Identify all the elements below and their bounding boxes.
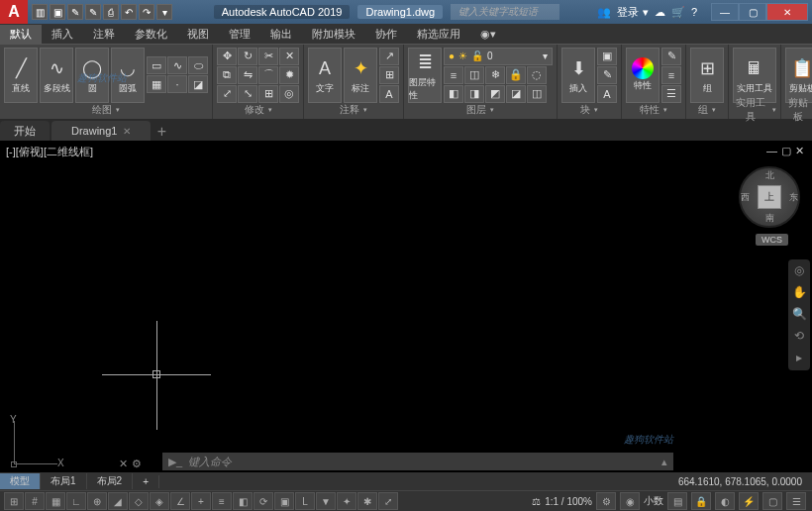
wcs-label[interactable]: WCS: [756, 234, 788, 246]
fillet-icon[interactable]: ⌒: [258, 66, 278, 84]
layer-match-icon[interactable]: ◧: [444, 85, 463, 103]
tab-default[interactable]: 默认: [0, 25, 42, 44]
tab-featured[interactable]: 精选应用: [407, 25, 470, 44]
infocenter-icon[interactable]: 👥: [597, 6, 611, 19]
cmd-config-icon[interactable]: ⚙: [132, 458, 142, 470]
ortho-toggle[interactable]: ∟: [66, 492, 86, 510]
panel-label[interactable]: 特性: [626, 103, 681, 117]
annotation-scale-icon[interactable]: ⚖: [532, 496, 541, 507]
mirror-icon[interactable]: ⇋: [238, 66, 257, 84]
dynamic-ucs-toggle[interactable]: L: [295, 492, 315, 510]
dyninput-toggle[interactable]: +: [191, 492, 211, 510]
panel-label[interactable]: 图层: [408, 103, 553, 117]
qat-new-icon[interactable]: ▥: [32, 4, 48, 20]
tab-output[interactable]: 输出: [260, 25, 302, 44]
tab-manage[interactable]: 管理: [219, 25, 260, 44]
layer-walk-icon[interactable]: ◩: [485, 85, 505, 103]
clean-screen-icon[interactable]: ▢: [762, 492, 782, 510]
panel-label[interactable]: 剪贴板: [785, 103, 812, 117]
tab-collaborate[interactable]: 协作: [365, 25, 407, 44]
leader-icon[interactable]: ↗: [379, 48, 399, 65]
view-cube[interactable]: 北 南 东 西 上: [739, 166, 800, 228]
qat-more-icon[interactable]: ▾: [156, 4, 172, 20]
command-line[interactable]: ▶_ 键入命令 ▴: [162, 453, 673, 470]
utilities-button[interactable]: 🖩实用工具: [733, 48, 776, 103]
qat-open-icon[interactable]: ▣: [50, 4, 65, 20]
stretch-icon[interactable]: ⤢: [217, 85, 237, 103]
gizmo-toggle[interactable]: ✦: [337, 492, 356, 510]
quick-props-icon[interactable]: ▤: [667, 492, 687, 510]
rect-icon[interactable]: ▭: [147, 56, 166, 74]
viewport-close-icon[interactable]: ✕: [795, 145, 804, 157]
cart-icon[interactable]: 🛒: [671, 6, 685, 19]
qat-redo-icon[interactable]: ↷: [139, 4, 154, 20]
layer-state-icon[interactable]: ≡: [444, 66, 463, 84]
close-button[interactable]: ✕: [766, 3, 808, 21]
layer-props-button[interactable]: ≣图层特性: [408, 48, 442, 103]
osnap-toggle[interactable]: ◇: [129, 492, 149, 510]
app-logo-icon[interactable]: A: [0, 0, 28, 24]
lineweight-toggle[interactable]: ≡: [212, 492, 232, 510]
annotation-visibility-toggle[interactable]: ✱: [357, 492, 377, 510]
selection-cycling-toggle[interactable]: ⟳: [254, 492, 273, 510]
help-icon[interactable]: ?: [691, 6, 697, 18]
panel-label[interactable]: 实用工具: [733, 103, 776, 117]
panel-label[interactable]: 组: [690, 103, 724, 117]
cmd-close-icon[interactable]: ✕: [119, 458, 128, 470]
bylayer-icon[interactable]: ≡: [661, 66, 681, 84]
isolate-objects-icon[interactable]: ◐: [715, 492, 735, 510]
nav-showmotion-icon[interactable]: ▸: [791, 351, 807, 366]
maximize-button[interactable]: ▢: [739, 3, 766, 21]
3dosnap-toggle[interactable]: ◈: [150, 492, 169, 510]
scale-icon[interactable]: ⤡: [238, 85, 257, 103]
erase-icon[interactable]: ✕: [279, 48, 299, 65]
qat-saveas-icon[interactable]: ✎: [85, 4, 101, 20]
layer-merge-icon[interactable]: ◪: [506, 85, 526, 103]
drawing-viewport[interactable]: [-][俯视][二维线框] — ▢ ✕ Y X 北 南 东 西 上 WCS ◎ …: [0, 141, 812, 472]
viewport-max-icon[interactable]: ▢: [781, 145, 791, 157]
minimize-button[interactable]: —: [711, 3, 739, 21]
close-tab-icon[interactable]: ✕: [123, 126, 131, 137]
hatch-icon[interactable]: ▦: [147, 75, 166, 93]
array-icon[interactable]: ⊞: [258, 85, 278, 103]
new-tab-button[interactable]: +: [152, 123, 170, 141]
otrack-toggle[interactable]: ∠: [170, 492, 190, 510]
block-create-icon[interactable]: ▣: [597, 48, 617, 65]
customize-icon[interactable]: ☰: [786, 492, 806, 510]
layer-del-icon[interactable]: ◫: [527, 85, 547, 103]
layer-iso-icon[interactable]: ◫: [464, 66, 484, 84]
viewport-label[interactable]: [-][俯视][二维线框]: [6, 145, 93, 159]
arc-button[interactable]: ◡圆弧: [111, 48, 145, 103]
transparency-toggle[interactable]: ◧: [233, 492, 253, 510]
qat-plot-icon[interactable]: ⎙: [103, 4, 119, 20]
modelspace-toggle[interactable]: ⊞: [4, 492, 24, 510]
offset-icon[interactable]: ◎: [279, 85, 299, 103]
circle-button[interactable]: ◯圆: [75, 48, 109, 103]
qat-undo-icon[interactable]: ↶: [121, 4, 137, 20]
ellipse-icon[interactable]: ⬭: [188, 56, 208, 74]
nav-pan-icon[interactable]: ✋: [791, 285, 807, 301]
move-icon[interactable]: ✥: [217, 48, 237, 65]
trim-icon[interactable]: ✂: [258, 48, 278, 65]
add-layout-button[interactable]: +: [133, 475, 159, 488]
list-icon[interactable]: ☰: [661, 85, 681, 103]
mtext-icon[interactable]: A: [379, 85, 399, 103]
properties-button[interactable]: 特性: [626, 48, 660, 103]
block-attr-icon[interactable]: A: [597, 85, 617, 103]
isodraft-toggle[interactable]: ◢: [108, 492, 128, 510]
drawing-tab[interactable]: Drawing1✕: [51, 121, 151, 141]
tab-parametric[interactable]: 参数化: [125, 25, 177, 44]
tab-view[interactable]: 视图: [177, 25, 219, 44]
spline-icon[interactable]: ∿: [167, 56, 187, 74]
viewport-min-icon[interactable]: —: [766, 145, 777, 157]
annotation-monitor-icon[interactable]: ◉: [620, 492, 640, 510]
model-tab[interactable]: 模型: [0, 473, 41, 489]
block-edit-icon[interactable]: ✎: [597, 66, 617, 84]
exchange-icon[interactable]: ☁: [655, 6, 665, 19]
polyline-button[interactable]: ∿多段线: [40, 48, 73, 103]
rotate-icon[interactable]: ↻: [238, 48, 257, 65]
compass-top[interactable]: 上: [758, 185, 781, 209]
help-search-input[interactable]: 键入关键字或短语: [451, 4, 559, 20]
hardware-accel-icon[interactable]: ⚡: [739, 492, 759, 510]
selection-filter-toggle[interactable]: ▼: [316, 492, 336, 510]
